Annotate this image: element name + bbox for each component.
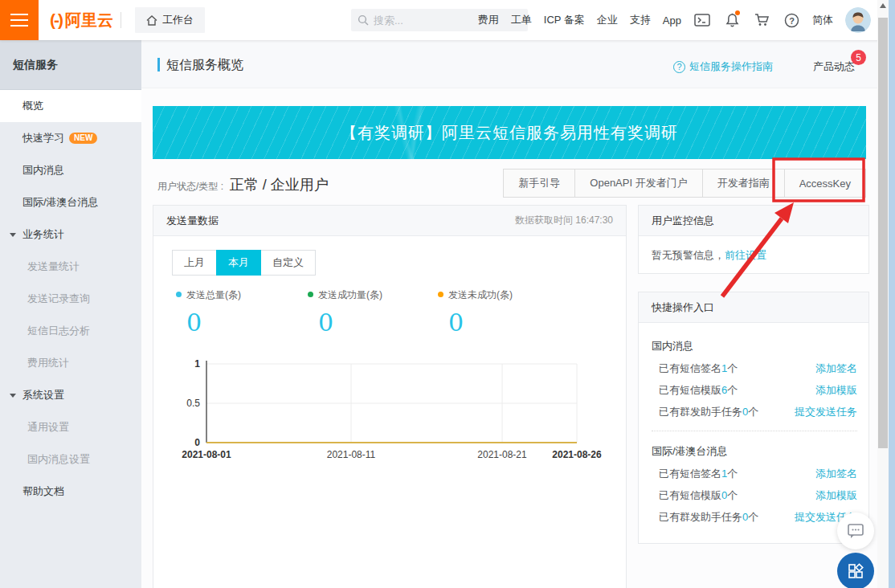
newbie-guide-button[interactable]: 新手引导 — [503, 169, 575, 198]
chat-support-button[interactable] — [837, 512, 874, 549]
sidebar-group-system-settings[interactable]: 系统设置 — [0, 379, 141, 411]
sidebar-item-send-volume-stats[interactable]: 发送量统计 — [0, 251, 141, 283]
search-icon — [358, 14, 369, 26]
navbar-right-menu: 费用 工单 ICP 备案 企业 支持 App — [478, 0, 871, 40]
row-suffix: 个 — [727, 468, 738, 480]
quick-row-intl-signature: 已有短信签名1个 添加签名 — [652, 467, 857, 481]
quick-actions-body: 国内消息 已有短信签名1个 添加签名 已有短信模版6个 添加模版 已有群发助手任… — [639, 323, 868, 525]
sidebar-item-overview[interactable]: 概览 — [0, 90, 141, 122]
sidebar-item-sms-log-analysis[interactable]: 短信日志分析 — [0, 315, 141, 347]
nav-link-enterprise[interactable]: 企业 — [597, 13, 618, 27]
row-suffix: 个 — [748, 511, 758, 523]
stat-value: 0 — [448, 308, 574, 337]
scroll-up-arrow-icon[interactable] — [880, 3, 886, 8]
stat-label: 发送未成功(条) — [448, 289, 513, 300]
quick-actions-card: 快捷操作入口 国内消息 已有短信签名1个 添加签名 已有短信模版6个 添加模版 … — [638, 292, 869, 544]
stat-value: 0 — [318, 308, 444, 337]
data-fetch-time: 数据获取时间 16:47:30 — [515, 214, 613, 227]
tab-last-month[interactable]: 上月 — [172, 250, 217, 276]
nav-link-tickets[interactable]: 工单 — [511, 13, 532, 27]
banner-text: 【有奖调研】阿里云短信服务易用性有奖调研 — [341, 122, 678, 144]
quick-actions-title: 快捷操作入口 — [652, 300, 714, 315]
row-label: 已有短信签名 — [659, 468, 721, 480]
sidebar-item-intl-message[interactable]: 国际/港澳台消息 — [0, 186, 141, 218]
sidebar-item-quick-learn[interactable]: 快速学习 NEW — [0, 122, 141, 154]
sidebar-item-label: 短信日志分析 — [27, 324, 90, 338]
stat-label: 发送成功量(条) — [318, 289, 382, 300]
tab-this-month[interactable]: 本月 — [216, 250, 261, 276]
scrollbar-thumb[interactable] — [878, 18, 888, 448]
locale-switch[interactable]: 简体 — [812, 13, 833, 27]
grid-squares-icon — [847, 562, 864, 580]
add-template-link[interactable]: 添加模版 — [815, 383, 857, 398]
tab-custom[interactable]: 自定义 — [260, 250, 316, 276]
row-suffix: 个 — [727, 489, 738, 501]
sidebar-item-help-docs[interactable]: 帮助文档 — [0, 476, 141, 508]
nav-link-support[interactable]: 支持 — [630, 13, 651, 27]
quick-buttons: 新手引导 OpenAPI 开发者门户 开发者指南 AccessKey — [504, 169, 866, 198]
quick-apps-button[interactable] — [837, 553, 874, 588]
user-avatar[interactable] — [845, 7, 871, 33]
sidebar-item-domestic-msg-settings[interactable]: 国内消息设置 — [0, 443, 141, 476]
openapi-portal-button[interactable]: OpenAPI 开发者门户 — [574, 169, 702, 198]
sidebar-item-label: 通用设置 — [27, 420, 69, 435]
row-label: 已有短信模版 — [659, 384, 721, 396]
sidebar-item-label: 快速学习 — [22, 131, 64, 145]
green-dot-icon — [308, 292, 313, 297]
help-icon[interactable]: ? — [783, 11, 800, 29]
sidebar-item-label: 发送记录查询 — [27, 292, 90, 306]
go-to-settings-link[interactable]: 前往设置 — [725, 249, 766, 261]
main-content: 短信服务概览 ? 短信服务操作指南 产品动态 5 【有奖调研】阿里云短信服务易用… — [141, 40, 877, 588]
notifications-bell-icon[interactable] — [723, 11, 741, 29]
row-label: 已有短信模版 — [659, 489, 721, 501]
aliyun-logo[interactable]: (-) 阿里云 — [50, 0, 113, 40]
add-signature-link[interactable]: 添加签名 — [815, 467, 857, 481]
console-icon[interactable] — [693, 11, 711, 29]
sidebar-item-general-settings[interactable]: 通用设置 — [0, 411, 141, 443]
sidebar: 短信服务 概览 快速学习 NEW 国内消息 国际/港澳台消息 业务统计 发送量统… — [0, 40, 141, 588]
sidebar-item-send-record-query[interactable]: 发送记录查询 — [0, 283, 141, 315]
sms-guide-link[interactable]: ? 短信服务操作指南 — [673, 59, 773, 74]
section-domestic-title: 国内消息 — [652, 339, 857, 353]
nav-link-icp[interactable]: ICP 备案 — [544, 13, 585, 27]
product-news-link[interactable]: 产品动态 — [813, 59, 855, 74]
submit-send-task-link[interactable]: 提交发送任务 — [795, 405, 857, 419]
add-template-link[interactable]: 添加模版 — [815, 488, 857, 503]
sidebar-item-label: 系统设置 — [22, 388, 64, 402]
title-accent-bar — [157, 58, 160, 71]
workbench-button[interactable]: 工作台 — [135, 7, 205, 33]
app-root: (-) 阿里云 工作台 费用 工单 ICP 备案 企业 支持 App — [0, 0, 895, 588]
aliyun-logo-icon: (-) — [50, 10, 62, 30]
nav-link-app[interactable]: App — [663, 14, 681, 27]
send-volume-chart: 1 0.5 0 2021-08-01 2021-08-11 2021-08-21… — [153, 354, 627, 467]
accesskey-button[interactable]: AccessKey — [784, 169, 866, 198]
sidebar-group-business-stats[interactable]: 业务统计 — [0, 218, 141, 251]
status-value: 正常 / 企业用户 — [230, 177, 329, 193]
caret-down-icon — [10, 394, 16, 398]
developer-guide-button[interactable]: 开发者指南 — [702, 169, 785, 198]
hamburger-menu-icon[interactable] — [0, 0, 39, 40]
quick-row-domestic-signature: 已有短信签名1个 添加签名 — [652, 361, 857, 376]
add-signature-link[interactable]: 添加签名 — [815, 361, 857, 376]
sidebar-item-label: 国内消息 — [22, 163, 64, 178]
quick-row-domestic-batch-task: 已有群发助手任务0个 提交发送任务 — [652, 405, 857, 419]
sidebar-item-label: 概览 — [22, 99, 43, 113]
stat-label: 发送总量(条) — [186, 289, 241, 300]
survey-banner[interactable]: 【有奖调研】阿里云短信服务易用性有奖调研 — [153, 106, 866, 159]
cart-icon[interactable] — [753, 11, 770, 29]
nav-link-billing[interactable]: 费用 — [478, 13, 499, 27]
quick-row-domestic-template: 已有短信模版6个 添加模版 — [652, 383, 857, 398]
y-tick-0: 0 — [194, 437, 200, 448]
section-intl-title: 国际/港澳台消息 — [652, 444, 857, 459]
x-tick-0801: 2021-08-01 — [182, 449, 231, 460]
row-suffix: 个 — [748, 406, 758, 418]
svg-text:?: ? — [789, 15, 795, 25]
quick-actions-header: 快捷操作入口 — [639, 292, 868, 323]
monitor-body: 暂无预警信息，前往设置 — [639, 236, 868, 275]
sidebar-item-cost-stats[interactable]: 费用统计 — [0, 347, 141, 379]
row-label: 已有群发助手任务 — [659, 406, 742, 418]
browser-scrollbar[interactable] — [877, 0, 889, 588]
sidebar-item-domestic-message[interactable]: 国内消息 — [0, 154, 141, 186]
status-label: 用户状态/类型 : — [157, 181, 223, 192]
send-volume-card-header: 发送量数据 数据获取时间 16:47:30 — [153, 206, 626, 236]
